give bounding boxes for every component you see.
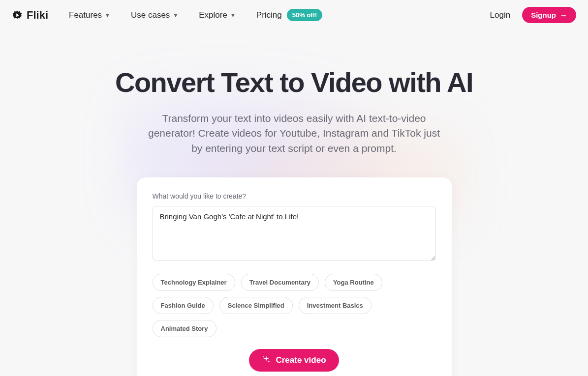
signup-button[interactable]: Signup → bbox=[522, 7, 576, 23]
prompt-textarea[interactable] bbox=[153, 206, 436, 261]
header-right: Login Signup → bbox=[490, 7, 576, 23]
logo[interactable]: Fliki bbox=[12, 9, 48, 22]
logo-text: Fliki bbox=[27, 9, 48, 22]
signup-label: Signup bbox=[531, 11, 556, 19]
chip-animated-story[interactable]: Animated Story bbox=[153, 320, 217, 337]
chip-yoga-routine[interactable]: Yoga Routine bbox=[325, 274, 382, 291]
main-nav: Features ▼ Use cases ▼ Explore ▼ Pricing… bbox=[69, 9, 322, 21]
login-link[interactable]: Login bbox=[490, 10, 511, 20]
hero-subtitle: Transform your text into videos easily w… bbox=[142, 111, 447, 156]
logo-icon bbox=[12, 10, 23, 21]
nav-pricing[interactable]: Pricing bbox=[256, 10, 282, 20]
nav-use-cases-label: Use cases bbox=[131, 10, 170, 20]
chip-technology-explainer[interactable]: Technology Explainer bbox=[153, 274, 235, 291]
chip-fashion-guide[interactable]: Fashion Guide bbox=[153, 297, 214, 314]
nav-features-label: Features bbox=[69, 10, 102, 20]
suggestion-chips: Technology Explainer Travel Documentary … bbox=[153, 274, 436, 337]
nav-use-cases[interactable]: Use cases ▼ bbox=[131, 10, 178, 20]
nav-explore[interactable]: Explore ▼ bbox=[199, 10, 236, 20]
chip-science-simplified[interactable]: Science Simplified bbox=[219, 297, 293, 314]
chevron-down-icon: ▼ bbox=[173, 12, 178, 18]
header-left: Fliki Features ▼ Use cases ▼ Explore ▼ P… bbox=[12, 9, 322, 22]
hero-title: Convert Text to Video with AI bbox=[107, 67, 481, 98]
nav-pricing-group: Pricing 50% off! bbox=[256, 9, 323, 21]
card-label: What would you like to create? bbox=[153, 192, 436, 200]
hero-section: Convert Text to Video with AI Transform … bbox=[0, 30, 588, 376]
chip-investment-basics[interactable]: Investment Basics bbox=[299, 297, 371, 314]
nav-pricing-label: Pricing bbox=[256, 10, 282, 20]
chevron-down-icon: ▼ bbox=[230, 12, 236, 18]
chip-travel-documentary[interactable]: Travel Documentary bbox=[241, 274, 319, 291]
chevron-down-icon: ▼ bbox=[105, 12, 110, 18]
sparkle-icon bbox=[262, 355, 271, 366]
create-video-button[interactable]: Create video bbox=[249, 349, 339, 372]
pricing-badge: 50% off! bbox=[287, 9, 323, 21]
arrow-right-icon: → bbox=[560, 11, 567, 19]
nav-features[interactable]: Features ▼ bbox=[69, 10, 110, 20]
nav-explore-label: Explore bbox=[199, 10, 227, 20]
header: Fliki Features ▼ Use cases ▼ Explore ▼ P… bbox=[0, 0, 588, 30]
hero-content: Convert Text to Video with AI Transform … bbox=[10, 67, 578, 376]
create-card: What would you like to create? Technolog… bbox=[137, 177, 452, 376]
create-video-label: Create video bbox=[276, 355, 326, 365]
